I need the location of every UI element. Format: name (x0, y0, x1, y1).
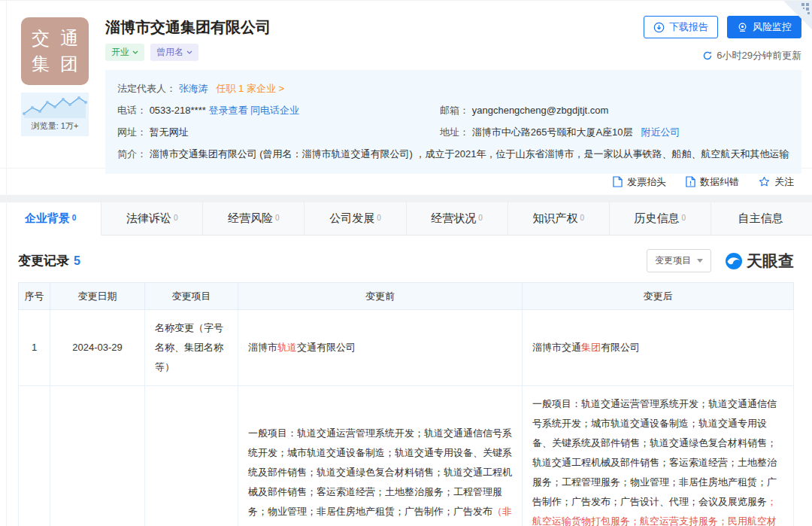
legal-rep-label: 法定代表人： (117, 83, 176, 94)
login-to-view-link[interactable]: 登录查看 (208, 105, 247, 116)
status-badge-open[interactable]: 开业 (105, 44, 144, 61)
former-name-label: 曾用名 (156, 46, 183, 59)
change-date: 2024-03-29 (50, 386, 145, 526)
email-value: yangchengcheng@zbgdjtjt.com (472, 105, 609, 116)
data-correction-label: 数据纠错 (700, 175, 739, 189)
table-row: 1 2024-03-29 名称变更（字号名称、集团名称等） 淄博市轨道交通有限公… (19, 310, 794, 386)
download-icon (653, 22, 665, 33)
update-time-label: 6小时29分钟前更新 (717, 49, 801, 62)
tab-count: 0 (580, 214, 584, 222)
address-value: 淄博市中心路265号颐和大厦A座10层 (472, 126, 633, 138)
row-index: 2 (19, 386, 50, 526)
tianyancha-brand: 天眼查 (725, 251, 794, 272)
tianyancha-brand-label: 天眼查 (747, 251, 794, 272)
change-item: 经营范围变更（含业务范围变更） (145, 386, 238, 526)
tianyancha-logo-icon (725, 252, 743, 270)
change-before: 一般项目：轨道交通运营管理系统开发；轨道交通通信信号系统开发；城市轨道交通设备制… (238, 386, 523, 526)
change-before: 淄博市轨道交通有限公司 (238, 310, 523, 386)
change-records-table: 序号 变更日期 变更项目 变更前 变更后 1 2024-03-29 名称变更（字… (18, 282, 794, 526)
follow-label: 关注 (774, 175, 794, 189)
phone-value: 0533-218**** (150, 105, 206, 116)
tab-label: 经营状况 (431, 211, 476, 226)
former-name-badge[interactable]: 曾用名 (150, 44, 198, 61)
company-header: 交通 集团 浏览量: 1万+ 下载报告 (0, 1, 812, 168)
section-count-badge: 5 (74, 254, 80, 268)
change-after: 一般项目：轨道交通运营管理系统开发；轨道交通通信信号系统开发；城市轨道交通设备制… (523, 386, 794, 526)
data-correction-button[interactable]: 数据纠错 (686, 175, 739, 189)
chevron-down-icon (186, 50, 192, 54)
tab-label: 知识产权 (532, 211, 577, 226)
company-logo: 交通 集团 (21, 17, 89, 85)
filter-dropdown-label: 变更项目 (655, 254, 691, 267)
tab-count: 0 (275, 214, 280, 222)
tab-count: 0 (478, 214, 483, 222)
address-label: 地址： (440, 126, 469, 138)
table-header-row: 序号 变更日期 变更项目 变更前 变更后 (19, 283, 794, 310)
tab-operation-risk[interactable]: 经营风险 0 (203, 202, 304, 236)
tab-count: 0 (72, 214, 77, 222)
col-header-index: 序号 (19, 283, 50, 310)
views-count-label: 浏览量: 1万+ (21, 120, 89, 132)
logo-text-line1: 交通 (21, 26, 89, 51)
invoice-title-button[interactable]: 发票抬头 (613, 175, 666, 189)
tab-operation-status[interactable]: 经营状况 0 (407, 202, 508, 236)
logo-text-line2: 集团 (21, 51, 89, 77)
tab-company-development[interactable]: 公司发展 0 (304, 202, 406, 236)
col-header-item: 变更项目 (145, 283, 238, 310)
website-value: 暂无网址 (150, 126, 189, 138)
company-info-card: 法定代表人： 张海涛 任职 1 家企业 > 电话： 0533-218**** 登… (105, 70, 801, 174)
change-after: 淄博市交通集团有限公司 (523, 310, 794, 386)
website-label: 网址： (117, 126, 147, 138)
status-badge-label: 开业 (111, 46, 129, 59)
tab-count: 0 (174, 214, 178, 222)
main-tab-bar: 企业背景 0 法律诉讼 0 经营风险 0 公司发展 0 经营状况 0 知识产权 … (0, 202, 812, 236)
invoice-title-label: 发票抬头 (627, 175, 666, 189)
tab-legal-litigation[interactable]: 法律诉讼 0 (102, 202, 203, 236)
same-phone-companies-link[interactable]: 同电话企业 (250, 105, 299, 116)
views-sparkline-chart (21, 93, 89, 120)
invoice-doc-icon (613, 176, 623, 187)
section-title: 变更记录 (18, 252, 69, 269)
change-date: 2024-03-29 (50, 310, 145, 386)
legal-rep-link[interactable]: 张海涛 (179, 83, 208, 94)
section-divider (0, 195, 812, 202)
caret-down-icon (697, 259, 703, 263)
tab-label: 企业背景 (25, 211, 70, 226)
update-status: 6小时29分钟前更新 (702, 49, 801, 62)
download-report-button[interactable]: 下载报告 (644, 16, 718, 38)
tab-count: 0 (377, 214, 381, 222)
tab-label: 经营风险 (228, 211, 273, 226)
company-profile-page: 交通 集团 浏览量: 1万+ 下载报告 (0, 0, 812, 526)
change-item: 名称变更（字号名称、集团名称等） (145, 310, 238, 386)
tab-label: 法律诉讼 (126, 211, 171, 226)
col-header-before: 变更前 (238, 283, 523, 310)
change-records-section: 变更记录 5 变更项目 天眼查 (0, 249, 812, 526)
intro-label: 简介： (117, 148, 147, 160)
download-report-label: 下载报告 (669, 20, 708, 34)
nearby-companies-link[interactable]: 附近公司 (641, 126, 680, 138)
tab-intellectual-property[interactable]: 知识产权 0 (508, 202, 610, 236)
chevron-down-icon (132, 50, 138, 54)
row-index: 1 (19, 310, 50, 386)
tab-history-info[interactable]: 历史信息 0 (610, 202, 711, 236)
change-item-filter-dropdown[interactable]: 变更项目 (647, 249, 711, 272)
tab-label: 公司发展 (329, 211, 374, 226)
tab-label: 自主信息 (738, 211, 783, 226)
qr-code-corner[interactable] (783, 1, 812, 29)
legal-rep-companies-link[interactable]: 任职 1 家企业 > (216, 83, 284, 94)
phone-label: 电话： (117, 105, 147, 116)
tab-self-published-info[interactable]: 自主信息 (711, 202, 812, 236)
tab-count: 0 (682, 214, 686, 222)
tab-label: 历史信息 (635, 211, 680, 226)
email-label: 邮箱： (440, 105, 469, 116)
col-header-date: 变更日期 (50, 283, 145, 310)
follow-button[interactable]: 关注 (759, 175, 794, 189)
star-icon (759, 176, 770, 187)
refresh-icon[interactable] (702, 50, 713, 61)
intro-text: 淄博市交通集团有限公司 (曾用名：淄博市轨道交通有限公司) ，成立于2021年，… (150, 148, 789, 160)
tab-company-background[interactable]: 企业背景 0 (0, 202, 102, 236)
page-views-card: 浏览量: 1万+ (21, 93, 89, 136)
data-correction-doc-icon (686, 176, 695, 187)
monitor-icon (737, 22, 748, 33)
col-header-after: 变更后 (523, 283, 794, 310)
